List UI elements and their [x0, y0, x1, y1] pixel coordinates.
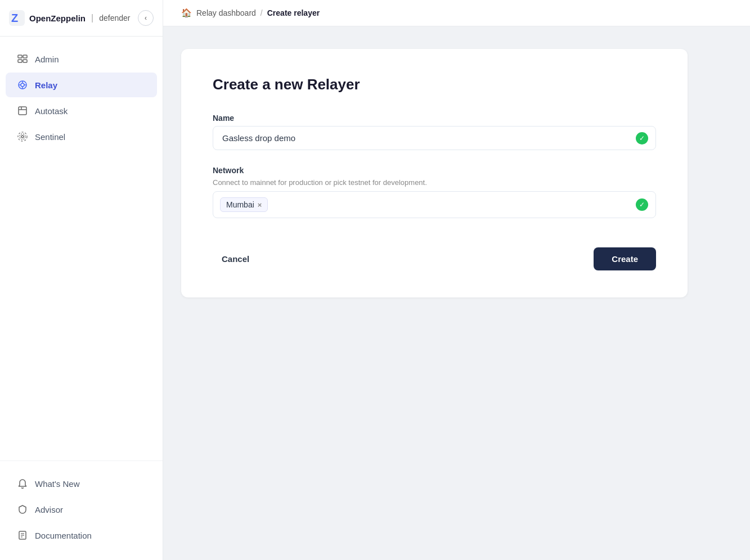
app-separator: |	[91, 13, 93, 23]
svg-rect-12	[19, 107, 26, 115]
sidebar-item-admin[interactable]: Admin	[6, 47, 157, 71]
app-name: OpenZeppelin	[29, 13, 86, 23]
sidebar-item-advisor[interactable]: Advisor	[6, 497, 157, 522]
cancel-button[interactable]: Cancel	[213, 249, 258, 269]
logo: Z OpenZeppelin | defender	[9, 10, 130, 26]
content-area: Create a new Relayer Name ✓ Network Conn…	[163, 26, 750, 560]
sidebar-advisor-label: Advisor	[35, 505, 63, 514]
topbar: 🏠 Relay dashboard / Create relayer	[163, 0, 750, 26]
home-icon: 🏠	[181, 8, 192, 18]
relay-icon	[17, 79, 28, 91]
collapse-icon: ‹	[145, 14, 147, 22]
sidebar-admin-label: Admin	[35, 55, 59, 64]
network-hint: Connect to mainnet for production or pic…	[213, 178, 656, 187]
form-title: Create a new Relayer	[213, 76, 656, 93]
breadcrumb-current: Create relayer	[267, 8, 320, 17]
svg-point-7	[21, 83, 24, 87]
breadcrumb-relay-link[interactable]: Relay dashboard	[196, 8, 256, 17]
sidebar-item-relay[interactable]: Relay	[6, 73, 157, 97]
create-button[interactable]: Create	[594, 247, 656, 270]
sidebar-item-documentation[interactable]: Documentation	[6, 523, 157, 548]
name-input-wrapper: ✓	[213, 126, 656, 150]
name-label: Name	[213, 114, 656, 123]
name-form-group: Name ✓	[213, 114, 656, 150]
sidebar-item-whats-new[interactable]: What's New	[6, 471, 157, 496]
svg-rect-5	[23, 60, 27, 62]
bell-icon	[17, 478, 28, 489]
network-label: Network	[213, 166, 656, 175]
main-content: 🏠 Relay dashboard / Create relayer Creat…	[163, 0, 750, 560]
mumbai-tag: Mumbai ×	[220, 197, 268, 212]
openzeppelin-logo-icon: Z	[9, 10, 25, 26]
name-input[interactable]	[213, 126, 656, 150]
book-icon	[17, 530, 28, 541]
svg-rect-3	[23, 55, 27, 58]
app-product: defender	[99, 13, 130, 22]
mumbai-tag-label: Mumbai	[226, 200, 254, 209]
name-valid-check-icon: ✓	[636, 132, 648, 144]
network-input-wrapper: Mumbai × ✓	[213, 191, 656, 218]
svg-rect-4	[18, 60, 22, 62]
sidebar-sentinel-label: Sentinel	[35, 132, 65, 142]
sentinel-icon	[17, 131, 28, 142]
create-relayer-form-card: Create a new Relayer Name ✓ Network Conn…	[181, 49, 688, 297]
sidebar-autotask-label: Autotask	[35, 106, 68, 116]
sidebar-header: Z OpenZeppelin | defender ‹	[0, 0, 163, 37]
mumbai-tag-remove-button[interactable]: ×	[258, 201, 262, 209]
autotask-icon	[17, 105, 28, 116]
sidebar-item-sentinel[interactable]: Sentinel	[6, 124, 157, 149]
shield-icon	[17, 504, 28, 515]
sidebar: Z OpenZeppelin | defender ‹ Admin	[0, 0, 163, 560]
svg-point-16	[20, 134, 25, 139]
sidebar-nav: Admin Relay	[0, 37, 163, 460]
admin-icon	[17, 53, 28, 65]
sidebar-documentation-label: Documentation	[35, 531, 92, 540]
network-tag-input[interactable]: Mumbai ×	[213, 191, 656, 218]
breadcrumb: 🏠 Relay dashboard / Create relayer	[181, 8, 320, 18]
svg-text:Z: Z	[11, 12, 18, 24]
network-valid-check-icon: ✓	[636, 198, 648, 211]
sidebar-item-autotask[interactable]: Autotask	[6, 98, 157, 123]
svg-rect-2	[18, 55, 22, 58]
collapse-sidebar-button[interactable]: ‹	[138, 10, 154, 26]
form-actions: Cancel Create	[213, 238, 656, 270]
sidebar-relay-label: Relay	[35, 80, 57, 90]
breadcrumb-separator: /	[261, 8, 263, 17]
sidebar-whats-new-label: What's New	[35, 479, 80, 489]
sidebar-bottom: What's New Advisor Documentation	[0, 460, 163, 560]
svg-point-15	[21, 136, 24, 138]
svg-point-17	[18, 132, 27, 141]
network-form-group: Network Connect to mainnet for productio…	[213, 166, 656, 218]
